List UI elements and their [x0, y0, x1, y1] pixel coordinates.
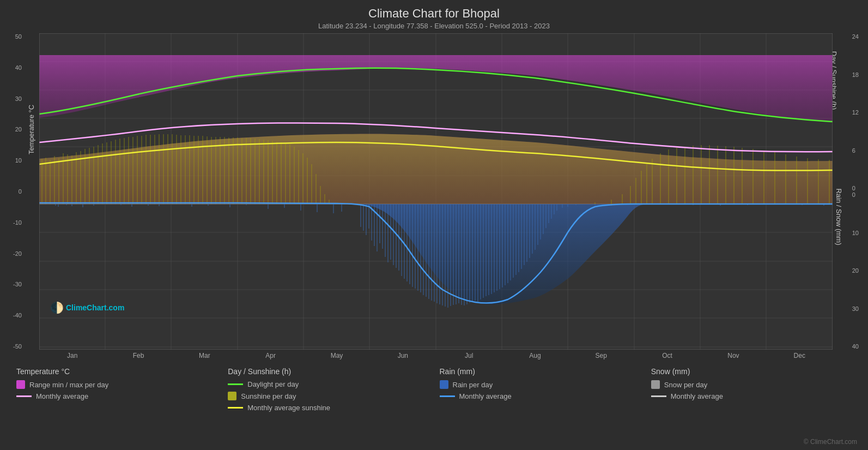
legend-label-avg-sunshine: Monthly average sunshine	[247, 404, 330, 412]
legend-col-sunshine: Day / Sunshine (h) Daylight per day Suns…	[222, 367, 434, 415]
y-right-tick: 12	[850, 109, 861, 116]
legend-item-range: Range min / max per day	[16, 380, 217, 389]
legend-swatch-daylight	[228, 383, 243, 385]
y-tick: -50	[11, 343, 24, 350]
y-tick: 50	[13, 33, 24, 40]
legend-label-temp-range: Range min / max per day	[29, 381, 108, 389]
x-label-sep: Sep	[568, 352, 634, 359]
y-right-tick: 20	[850, 267, 861, 274]
y-tick: 20	[13, 126, 24, 133]
x-label-jan: Jan	[39, 352, 105, 359]
y-right-tick: 30	[850, 305, 861, 312]
legend-col-rain: Rain (mm) Rain per day Monthly average	[434, 367, 646, 415]
x-label-oct: Oct	[634, 352, 700, 359]
x-label-may: May	[304, 352, 369, 359]
y-tick: 0	[16, 188, 24, 195]
x-label-aug: Aug	[502, 352, 568, 359]
legend-title-rain: Rain (mm)	[440, 367, 640, 376]
x-label-mar: Mar	[172, 352, 238, 359]
legend-swatch-rain	[440, 380, 448, 389]
y-right-tick: 0	[850, 191, 858, 198]
watermark: © ClimeChart.com	[804, 438, 857, 446]
chart-subtitle: Latitude 23.234 - Longitude 77.358 - Ele…	[0, 22, 868, 30]
legend-item-rain-perday: Rain per day	[440, 380, 640, 389]
y-right-tick: 10	[850, 230, 861, 236]
y-right-tick: 40	[850, 343, 861, 350]
legend-swatch-monthly-avg	[16, 395, 32, 397]
legend-label-snow: Snow per day	[664, 381, 708, 389]
y-right-tick: 24	[850, 33, 861, 40]
legend-label-monthly-avg: Monthly average	[36, 392, 88, 400]
legend-label-daylight: Daylight per day	[247, 380, 299, 388]
legend-item-avg-sunshine: Monthly average sunshine	[228, 404, 428, 412]
y-right-tick: 18	[850, 71, 861, 78]
legend-col-temp: Temperature °C Range min / max per day M…	[11, 367, 222, 415]
x-label-feb: Feb	[105, 352, 171, 359]
title-area: Climate Chart for Bhopal Latitude 23.234…	[0, 0, 868, 30]
legend-item-daylight: Daylight per day	[228, 380, 428, 388]
legend-swatch-avg-rain	[440, 395, 455, 397]
legend-title-sunshine: Day / Sunshine (h)	[228, 367, 428, 376]
x-label-nov: Nov	[700, 352, 766, 359]
y-tick: -10	[11, 219, 24, 226]
y-tick: -20	[11, 250, 24, 257]
chart-svg	[39, 33, 833, 350]
main-container: Climate Chart for Bhopal Latitude 23.234…	[0, 0, 868, 450]
y-tick: -30	[11, 281, 24, 287]
legend-title-temp: Temperature °C	[16, 367, 217, 376]
y-right-tick: 0	[850, 185, 858, 191]
y-tick: 30	[13, 95, 24, 102]
x-label-jul: Jul	[436, 352, 502, 359]
legend-title-snow: Snow (mm)	[651, 367, 852, 376]
x-label-jun: Jun	[370, 352, 436, 359]
legend-item-avg-rain: Monthly average	[440, 392, 640, 400]
legend-col-snow: Snow (mm) Snow per day Monthly average	[646, 367, 857, 415]
legend-label-sunshine: Sunshine per day	[241, 392, 296, 400]
legend-item-avg-temp: Monthly average	[16, 392, 217, 400]
legend-swatch-snow	[651, 380, 660, 389]
y-right-bottom-label: Rain / Snow (mm)	[834, 188, 842, 245]
legend-area: Temperature °C Range min / max per day M…	[11, 367, 857, 415]
y-right-tick: 6	[850, 147, 858, 154]
x-axis: Jan Feb Mar Apr May Jun Jul Aug Sep Oct …	[39, 352, 833, 359]
legend-swatch-sunshine	[228, 392, 236, 400]
y-tick: -40	[11, 312, 24, 319]
legend-item-snow-perday: Snow per day	[651, 380, 852, 389]
y-tick: 10	[13, 157, 24, 164]
x-label-dec: Dec	[767, 352, 833, 359]
legend-label-avg-snow: Monthly average	[671, 392, 723, 400]
y-tick: 40	[13, 64, 24, 71]
legend-swatch-avg-snow	[651, 395, 666, 397]
logo-bottom-left: 🌓 ClimeChart.com	[50, 301, 124, 314]
chart-title: Climate Chart for Bhopal	[0, 7, 868, 21]
legend-item-avg-snow: Monthly average	[651, 392, 852, 400]
chart-area: 50 40 30 20 10 0 -10 -20 -30 -40 -50 24 …	[39, 33, 833, 350]
legend-swatch-avg-sunshine	[228, 407, 243, 409]
legend-item-sunshine-perday: Sunshine per day	[228, 392, 428, 400]
x-label-apr: Apr	[238, 352, 304, 359]
legend-label-avg-rain: Monthly average	[459, 392, 512, 400]
y-left-label: Temperature °C	[27, 105, 35, 154]
legend-label-rain: Rain per day	[453, 381, 493, 389]
legend-swatch-temp-range	[16, 380, 25, 389]
